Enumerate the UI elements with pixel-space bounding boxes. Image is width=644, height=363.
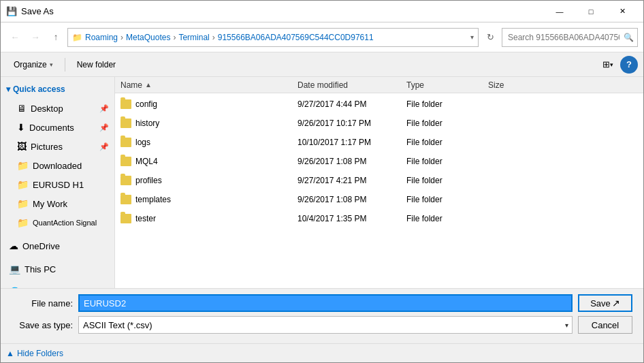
- filename-input[interactable]: [78, 294, 573, 312]
- view-button[interactable]: ⊞ ▾: [598, 56, 617, 74]
- col-header-type[interactable]: Type: [406, 80, 488, 90]
- table-row[interactable]: tester 10/4/2017 1:35 PM File folder: [115, 209, 643, 228]
- file-date: 9/27/2017 4:44 PM: [297, 99, 406, 109]
- pictures-icon: 🖼: [17, 141, 27, 152]
- organize-button[interactable]: Organize ▾: [6, 56, 61, 74]
- cancel-label: Cancel: [592, 320, 619, 330]
- file-name-cell: profiles: [120, 176, 297, 185]
- maximize-button[interactable]: □: [575, 1, 607, 22]
- desktop-label: Desktop: [31, 104, 63, 114]
- table-row[interactable]: templates 9/26/2017 1:08 PM File folder: [115, 190, 643, 209]
- file-name: history: [135, 119, 159, 128]
- quick-access-header[interactable]: ▾ Quick access: [1, 80, 114, 99]
- cancel-button[interactable]: Cancel: [578, 316, 632, 334]
- sidebar-item-desktop[interactable]: 🖥 Desktop 📌: [1, 99, 114, 118]
- organize-label: Organize: [14, 60, 47, 69]
- sidebar-item-pictures[interactable]: 🖼 Pictures 📌: [1, 137, 114, 156]
- forward-button[interactable]: →: [27, 29, 44, 46]
- quantaction-icon: 📁: [17, 217, 29, 228]
- table-row[interactable]: profiles 9/27/2017 4:21 PM File folder: [115, 171, 643, 190]
- col-header-date[interactable]: Date modified: [297, 80, 406, 90]
- save-button[interactable]: Save ↗: [578, 294, 632, 312]
- filename-label: File name:: [12, 298, 73, 309]
- table-row[interactable]: config 9/27/2017 4:44 PM File folder: [115, 95, 643, 114]
- breadcrumb-terminal[interactable]: Terminal: [178, 33, 209, 42]
- documents-icon: ⬇: [17, 122, 25, 133]
- documents-label: Documents: [29, 123, 74, 133]
- file-name-cell: tester: [120, 214, 297, 223]
- breadcrumb-folder-icon: 📁: [72, 33, 82, 42]
- file-name: logs: [135, 138, 150, 147]
- file-name: profiles: [135, 176, 162, 185]
- close-button[interactable]: ✕: [607, 1, 638, 22]
- folder-icon: [120, 214, 131, 223]
- file-date: 9/26/2017 10:17 PM: [297, 119, 406, 128]
- back-button[interactable]: ←: [6, 29, 24, 46]
- col-header-size[interactable]: Size: [488, 80, 543, 90]
- minimize-button[interactable]: —: [544, 1, 575, 22]
- col-header-name[interactable]: Name ▲: [120, 80, 297, 90]
- file-type: File folder: [406, 176, 488, 185]
- address-bar: ← → ↑ 📁 Roaming › MetaQuotes › Terminal …: [1, 22, 643, 52]
- name-sort-arrow: ▲: [145, 81, 152, 89]
- thispc-label: This PC: [25, 264, 56, 274]
- breadcrumb-dropdown-arrow[interactable]: ▾: [470, 33, 474, 41]
- file-area: Name ▲ Date modified Type Size config: [115, 77, 643, 288]
- window-title: Save As: [21, 6, 544, 16]
- folder-icon: [120, 99, 131, 109]
- file-name-cell: config: [120, 99, 297, 109]
- window-icon: 💾: [6, 6, 17, 17]
- sidebar-item-documents[interactable]: ⬇ Documents 📌: [1, 118, 114, 137]
- sidebar-item-mywork[interactable]: 📁 My Work: [1, 194, 114, 213]
- file-name: config: [135, 99, 157, 109]
- breadcrumb-metaquotes[interactable]: MetaQuotes: [126, 33, 170, 42]
- breadcrumb-bar[interactable]: 📁 Roaming › MetaQuotes › Terminal › 9155…: [67, 28, 479, 47]
- file-name: tester: [135, 214, 156, 223]
- file-date: 10/10/2017 1:17 PM: [297, 138, 406, 147]
- quick-access-label: Quick access: [13, 84, 65, 94]
- sidebar-item-network[interactable]: 🌐 Network: [1, 283, 114, 288]
- table-row[interactable]: logs 10/10/2017 1:17 PM File folder: [115, 133, 643, 152]
- savetype-label: Save as type:: [12, 320, 73, 330]
- breadcrumb-roaming[interactable]: Roaming: [85, 33, 118, 42]
- sidebar-item-quantaction[interactable]: 📁 QuantAction Signal: [1, 213, 114, 232]
- table-row[interactable]: MQL4 9/26/2017 1:08 PM File folder: [115, 152, 643, 171]
- save-cursor-icon: ↗: [612, 298, 620, 309]
- pictures-label: Pictures: [31, 142, 63, 152]
- downloaded-label: Downloaded: [33, 161, 82, 171]
- help-button[interactable]: ?: [620, 56, 638, 74]
- toolbar: Organize ▾ New folder ⊞ ▾ ?: [1, 52, 643, 77]
- sidebar-item-thispc[interactable]: 💻 This PC: [1, 259, 114, 279]
- file-type: File folder: [406, 157, 488, 166]
- savetype-wrapper: ASCII Text (*.csv)CSV (*.csv)Text (*.txt…: [78, 316, 573, 334]
- refresh-button[interactable]: ↻: [481, 29, 499, 46]
- file-name: templates: [135, 195, 171, 204]
- file-name-cell: templates: [120, 195, 297, 204]
- file-type: File folder: [406, 138, 488, 147]
- thispc-icon: 💻: [9, 264, 20, 274]
- savetype-select[interactable]: ASCII Text (*.csv)CSV (*.csv)Text (*.txt…: [78, 316, 573, 334]
- view-dropdown-arrow: ▾: [610, 61, 613, 68]
- file-date: 10/4/2017 1:35 PM: [297, 214, 406, 223]
- breadcrumb-id[interactable]: 915566BA06ADA407569C544CC0D97611: [218, 33, 374, 42]
- folder-icon: [120, 195, 131, 204]
- file-type: File folder: [406, 195, 488, 204]
- file-date: 9/26/2017 1:08 PM: [297, 195, 406, 204]
- up-button[interactable]: ↑: [47, 29, 65, 46]
- quick-access-toggle: ▾: [6, 84, 10, 94]
- hide-folders-button[interactable]: ▲ Hide Folders: [6, 349, 63, 358]
- sidebar-item-eurusd[interactable]: 📁 EURUSD H1: [1, 175, 114, 194]
- folder-icon: [120, 176, 131, 185]
- search-input[interactable]: [502, 28, 638, 47]
- file-date: 9/27/2017 4:21 PM: [297, 176, 406, 185]
- sidebar-item-downloaded[interactable]: 📁 Downloaded: [1, 156, 114, 175]
- hide-folders-arrow: ▲: [6, 349, 14, 358]
- new-folder-button[interactable]: New folder: [69, 56, 123, 74]
- hide-folders-bar: ▲ Hide Folders: [1, 343, 643, 362]
- table-row[interactable]: history 9/26/2017 10:17 PM File folder: [115, 114, 643, 133]
- file-name-cell: history: [120, 119, 297, 128]
- desktop-pin: 📌: [99, 104, 109, 113]
- sidebar-item-onedrive[interactable]: ☁ OneDrive: [1, 236, 114, 255]
- mywork-icon: 📁: [17, 198, 29, 209]
- title-bar-controls: — □ ✕: [544, 1, 638, 22]
